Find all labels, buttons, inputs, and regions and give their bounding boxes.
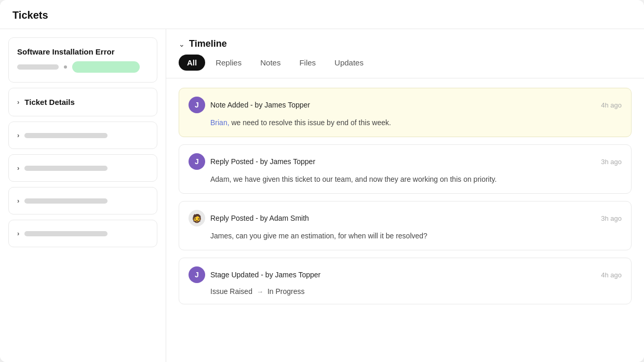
ticket-details-label: Ticket Details bbox=[24, 98, 74, 106]
feed-event-label: Stage Updated - by James Topper bbox=[210, 271, 320, 279]
feed-event-label: Reply Posted - by Adam Smith bbox=[210, 214, 309, 222]
tab-bar: All Replies Notes Files Updates bbox=[166, 55, 644, 78]
feed-item-reply-adam: 🧔 Reply Posted - by Adam Smith 3h ago Ja… bbox=[179, 201, 632, 250]
feed-event-label: Note Added - by James Topper bbox=[210, 101, 310, 109]
meta-dot bbox=[64, 65, 67, 69]
feed-item-header: J Reply Posted - by James Topper 3h ago bbox=[189, 153, 622, 170]
feed-item-header: J Note Added - by James Topper 4h ago bbox=[189, 97, 622, 113]
tab-all[interactable]: All bbox=[179, 55, 205, 71]
app-container: Tickets Software Installation Error › Ti… bbox=[0, 0, 644, 362]
sidebar-item-label-bar bbox=[24, 133, 108, 138]
feed-item-stage-update: J Stage Updated - by James Topper 4h ago… bbox=[179, 258, 632, 304]
meta-pill-green bbox=[72, 61, 140, 73]
feed-event-label: Reply Posted - by James Topper bbox=[210, 157, 315, 166]
feed-body: Brian, we need to resolve this issue by … bbox=[189, 117, 622, 128]
main-content: ⌄ Timeline All Replies Notes Files Updat… bbox=[166, 29, 644, 362]
ticket-title: Software Installation Error bbox=[17, 47, 149, 56]
sidebar-item-label-bar bbox=[24, 198, 108, 204]
ticket-card: Software Installation Error bbox=[8, 37, 157, 83]
tab-notes[interactable]: Notes bbox=[252, 55, 289, 71]
meta-pill-gray bbox=[17, 64, 59, 70]
avatar-adam-face: 🧔 bbox=[189, 210, 205, 226]
feed-body: Adam, we have given this ticket to our t… bbox=[189, 174, 622, 185]
sidebar-item-3[interactable]: › bbox=[8, 187, 157, 214]
timeline-header: ⌄ Timeline bbox=[166, 29, 644, 55]
feed-item-left: 🧔 Reply Posted - by Adam Smith bbox=[189, 210, 309, 226]
feed-item-left: J Stage Updated - by James Topper bbox=[189, 266, 320, 283]
tab-files[interactable]: Files bbox=[291, 55, 324, 71]
tab-replies[interactable]: Replies bbox=[207, 55, 250, 71]
app-header: Tickets bbox=[0, 0, 644, 29]
ticket-meta bbox=[17, 61, 149, 73]
avatar-adam: 🧔 bbox=[189, 210, 205, 226]
stage-arrow-icon: → bbox=[257, 288, 263, 296]
timeline-title: Timeline bbox=[189, 38, 227, 49]
feed-item-header: J Stage Updated - by James Topper 4h ago bbox=[189, 266, 622, 283]
feed-item-left: J Reply Posted - by James Topper bbox=[189, 153, 315, 170]
stage-to: In Progress bbox=[267, 287, 305, 296]
feed-time: 4h ago bbox=[601, 271, 622, 279]
feed-item-note: J Note Added - by James Topper 4h ago Br… bbox=[179, 88, 632, 137]
stage-from: Issue Raised bbox=[210, 287, 252, 296]
feed-time: 3h ago bbox=[601, 214, 622, 222]
chevron-right-icon: › bbox=[17, 164, 19, 172]
collapse-icon[interactable]: ⌄ bbox=[179, 40, 185, 48]
sidebar-item-label-bar bbox=[24, 166, 108, 171]
stage-row: Issue Raised → In Progress bbox=[189, 287, 622, 296]
avatar-james-3: J bbox=[189, 266, 205, 283]
avatar-james: J bbox=[189, 97, 205, 113]
feed-item-header: 🧔 Reply Posted - by Adam Smith 3h ago bbox=[189, 210, 622, 226]
sidebar: Software Installation Error › Ticket Det… bbox=[0, 29, 166, 362]
sidebar-item-ticket-details[interactable]: › Ticket Details bbox=[8, 88, 157, 116]
sidebar-item-2[interactable]: › bbox=[8, 154, 157, 182]
chevron-right-icon: › bbox=[17, 131, 19, 139]
feed-item-left: J Note Added - by James Topper bbox=[189, 97, 310, 113]
sidebar-item-1[interactable]: › bbox=[8, 122, 157, 149]
sidebar-item-label-bar bbox=[24, 231, 108, 236]
feed-item-reply-james: J Reply Posted - by James Topper 3h ago … bbox=[179, 144, 632, 194]
chevron-right-icon: › bbox=[17, 197, 19, 205]
feed-body-text: we need to resolve this issue by end of … bbox=[231, 118, 391, 127]
mention-brian: Brian, bbox=[210, 118, 230, 127]
avatar-james-2: J bbox=[189, 153, 205, 170]
feed-time: 3h ago bbox=[601, 158, 622, 166]
page-title: Tickets bbox=[12, 9, 48, 21]
timeline-feed: J Note Added - by James Topper 4h ago Br… bbox=[166, 78, 644, 362]
feed-time: 4h ago bbox=[601, 101, 622, 109]
chevron-right-icon: › bbox=[17, 98, 19, 106]
tab-updates[interactable]: Updates bbox=[326, 55, 372, 71]
feed-body: James, can you give me an estimation, fo… bbox=[189, 231, 622, 242]
app-body: Software Installation Error › Ticket Det… bbox=[0, 29, 644, 362]
sidebar-item-4[interactable]: › bbox=[8, 220, 157, 247]
chevron-right-icon: › bbox=[17, 230, 19, 237]
